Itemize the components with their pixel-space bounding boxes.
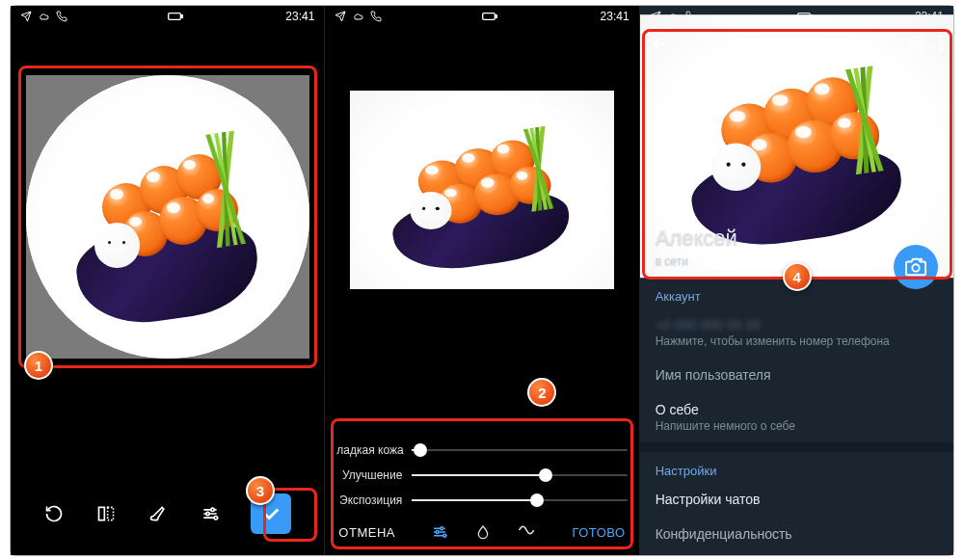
svg-point-10 xyxy=(436,531,439,534)
slider-skin[interactable]: ладкая кожа xyxy=(325,438,638,463)
svg-point-17 xyxy=(939,35,943,39)
rotate-icon[interactable] xyxy=(43,503,65,524)
svg-rect-16 xyxy=(910,45,915,50)
clock: 23:41 xyxy=(601,10,629,23)
flip-icon[interactable] xyxy=(95,503,117,524)
svg-point-9 xyxy=(440,527,442,530)
svg-rect-14 xyxy=(910,37,915,41)
done-button[interactable]: ГОТОВО xyxy=(572,525,625,540)
svg-rect-2 xyxy=(98,507,104,520)
status-bar: 23:41 xyxy=(325,6,638,27)
tune-icon[interactable] xyxy=(200,503,221,524)
svg-rect-8 xyxy=(495,15,496,18)
sushi-image xyxy=(26,75,309,359)
camera-fab[interactable] xyxy=(894,245,938,289)
clock: 23:41 xyxy=(285,10,314,23)
editor-toolbar xyxy=(11,493,324,534)
plane-icon xyxy=(20,11,32,22)
svg-rect-7 xyxy=(483,13,495,20)
status-bar: 23:41 xyxy=(11,6,324,27)
profile-status: в сети xyxy=(656,254,688,268)
viber-icon xyxy=(370,11,382,22)
svg-rect-0 xyxy=(169,13,181,20)
svg-point-20 xyxy=(912,264,919,271)
plane-icon xyxy=(335,11,346,22)
adjust-buttons: ОТМЕНА ГОТОВО xyxy=(325,513,638,551)
svg-point-6 xyxy=(214,517,217,520)
phone-adjust-screen: 23:41 ладкая кожа Улучшение xyxy=(324,6,638,555)
crop-canvas[interactable] xyxy=(26,75,309,359)
step-badge-3: 3 xyxy=(246,476,275,505)
svg-rect-15 xyxy=(918,37,923,41)
svg-rect-1 xyxy=(181,15,182,18)
row-phone[interactable]: +0 000 000 00 00 Нажмите, чтобы изменить… xyxy=(640,307,953,358)
more-icon[interactable] xyxy=(939,35,944,52)
phone-profile-screen: 23:41 Алексей в сети xyxy=(639,6,953,555)
row-about[interactable]: О себе Напишите немного о себе xyxy=(640,392,953,442)
svg-point-11 xyxy=(442,534,445,537)
section-settings: Настройки xyxy=(640,452,953,482)
cloud-icon xyxy=(352,11,364,22)
settings-list: Аккаунт +0 000 000 00 00 Нажмите, чтобы … xyxy=(640,278,953,551)
tune-icon[interactable] xyxy=(431,523,448,541)
battery-icon xyxy=(482,12,497,21)
svg-point-4 xyxy=(210,508,213,511)
brush-icon[interactable] xyxy=(147,503,169,524)
svg-rect-3 xyxy=(107,507,113,520)
profile-name: Алексей xyxy=(656,226,737,251)
back-icon[interactable] xyxy=(650,35,669,54)
battery-icon xyxy=(168,12,183,21)
slider-enhance[interactable]: Улучшение xyxy=(325,463,638,488)
cloud-icon xyxy=(38,11,50,22)
svg-point-5 xyxy=(205,512,208,515)
step-badge-2: 2 xyxy=(527,378,556,407)
preview-image xyxy=(350,91,614,289)
step-badge-4: 4 xyxy=(783,262,812,291)
slider-exposure[interactable]: Экспозиция xyxy=(325,488,638,513)
row-username[interactable]: Имя пользователя xyxy=(640,358,953,392)
qr-icon[interactable] xyxy=(908,35,925,52)
svg-point-18 xyxy=(939,41,943,45)
viber-icon xyxy=(56,11,67,22)
svg-point-19 xyxy=(939,48,943,52)
row-privacy[interactable]: Конфиденциальность xyxy=(640,517,953,551)
adjust-panel: ладкая кожа Улучшение Экспозиция xyxy=(325,438,638,513)
cancel-button[interactable]: ОТМЕНА xyxy=(338,525,395,540)
step-badge-1: 1 xyxy=(24,351,53,380)
drop-icon[interactable] xyxy=(475,523,491,541)
profile-header-image[interactable]: Алексей в сети xyxy=(640,27,953,278)
phone-crop-screen: 23:41 xyxy=(11,6,324,555)
wave-icon[interactable] xyxy=(518,523,537,541)
row-chats[interactable]: Настройки чатов xyxy=(640,482,953,517)
